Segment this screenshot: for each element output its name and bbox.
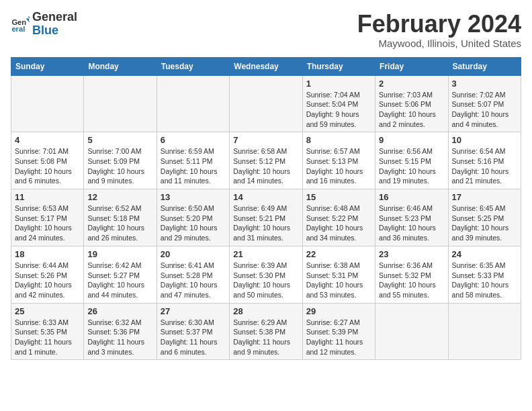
location-title: Maywood, Illinois, United States bbox=[357, 38, 521, 49]
weekday-header-tuesday: Tuesday bbox=[157, 57, 229, 75]
day-number: 3 bbox=[452, 79, 517, 89]
calendar-cell: 2Sunrise: 7:03 AMSunset: 5:06 PMDaylight… bbox=[375, 75, 448, 132]
page-header: Gen eral General Blue February 2024 Mayw… bbox=[11, 11, 521, 49]
day-info: Sunrise: 7:02 AMSunset: 5:07 PMDaylight:… bbox=[452, 90, 517, 130]
day-number: 10 bbox=[452, 135, 517, 145]
calendar-cell: 18Sunrise: 6:44 AMSunset: 5:26 PMDayligh… bbox=[11, 246, 84, 303]
day-number: 23 bbox=[379, 249, 444, 259]
day-number: 20 bbox=[161, 249, 226, 259]
calendar-week-row: 1Sunrise: 7:04 AMSunset: 5:04 PMDaylight… bbox=[11, 75, 521, 132]
day-number: 17 bbox=[452, 192, 517, 202]
day-info: Sunrise: 6:42 AMSunset: 5:27 PMDaylight:… bbox=[87, 261, 152, 300]
calendar-cell: 10Sunrise: 6:54 AMSunset: 5:16 PMDayligh… bbox=[448, 132, 521, 189]
day-info: Sunrise: 6:53 AMSunset: 5:17 PMDaylight:… bbox=[15, 203, 80, 243]
calendar-cell: 19Sunrise: 6:42 AMSunset: 5:27 PMDayligh… bbox=[84, 246, 157, 303]
calendar-cell: 16Sunrise: 6:46 AMSunset: 5:23 PMDayligh… bbox=[375, 189, 448, 246]
calendar-cell bbox=[448, 303, 521, 360]
day-number: 7 bbox=[233, 135, 298, 145]
calendar-cell bbox=[157, 75, 229, 132]
calendar-cell: 27Sunrise: 6:30 AMSunset: 5:37 PMDayligh… bbox=[157, 303, 229, 360]
calendar-week-row: 25Sunrise: 6:33 AMSunset: 5:35 PMDayligh… bbox=[11, 303, 521, 360]
day-number: 26 bbox=[87, 306, 152, 316]
weekday-header-friday: Friday bbox=[375, 57, 448, 75]
day-info: Sunrise: 6:59 AMSunset: 5:11 PMDaylight:… bbox=[161, 146, 226, 186]
day-number: 16 bbox=[379, 192, 444, 202]
day-info: Sunrise: 6:44 AMSunset: 5:26 PMDaylight:… bbox=[15, 261, 80, 300]
calendar-cell: 6Sunrise: 6:59 AMSunset: 5:11 PMDaylight… bbox=[157, 132, 229, 189]
calendar-cell: 4Sunrise: 7:01 AMSunset: 5:08 PMDaylight… bbox=[11, 132, 84, 189]
day-number: 13 bbox=[161, 192, 226, 202]
day-number: 25 bbox=[15, 306, 80, 316]
day-info: Sunrise: 6:48 AMSunset: 5:22 PMDaylight:… bbox=[306, 203, 371, 243]
day-info: Sunrise: 6:49 AMSunset: 5:21 PMDaylight:… bbox=[233, 203, 298, 243]
month-title: February 2024 bbox=[357, 11, 521, 38]
calendar-table: SundayMondayTuesdayWednesdayThursdayFrid… bbox=[11, 57, 521, 361]
weekday-header-row: SundayMondayTuesdayWednesdayThursdayFrid… bbox=[11, 57, 521, 75]
day-info: Sunrise: 7:00 AMSunset: 5:09 PMDaylight:… bbox=[87, 146, 152, 186]
svg-text:eral: eral bbox=[11, 25, 25, 33]
day-info: Sunrise: 6:58 AMSunset: 5:12 PMDaylight:… bbox=[233, 146, 298, 186]
calendar-cell: 13Sunrise: 6:50 AMSunset: 5:20 PMDayligh… bbox=[157, 189, 229, 246]
calendar-cell: 12Sunrise: 6:52 AMSunset: 5:18 PMDayligh… bbox=[84, 189, 157, 246]
day-number: 4 bbox=[15, 135, 80, 145]
calendar-cell: 1Sunrise: 7:04 AMSunset: 5:04 PMDaylight… bbox=[302, 75, 375, 132]
day-number: 27 bbox=[161, 306, 226, 316]
weekday-header-wednesday: Wednesday bbox=[230, 57, 302, 75]
calendar-cell: 5Sunrise: 7:00 AMSunset: 5:09 PMDaylight… bbox=[84, 132, 157, 189]
weekday-header-thursday: Thursday bbox=[302, 57, 375, 75]
weekday-header-sunday: Sunday bbox=[11, 57, 84, 75]
day-info: Sunrise: 7:04 AMSunset: 5:04 PMDaylight:… bbox=[306, 90, 371, 130]
day-number: 24 bbox=[452, 249, 517, 259]
calendar-cell: 15Sunrise: 6:48 AMSunset: 5:22 PMDayligh… bbox=[302, 189, 375, 246]
weekday-header-saturday: Saturday bbox=[448, 57, 521, 75]
day-number: 6 bbox=[161, 135, 226, 145]
calendar-week-row: 11Sunrise: 6:53 AMSunset: 5:17 PMDayligh… bbox=[11, 189, 521, 246]
day-info: Sunrise: 7:03 AMSunset: 5:06 PMDaylight:… bbox=[379, 90, 444, 130]
day-number: 21 bbox=[233, 249, 298, 259]
calendar-cell bbox=[375, 303, 448, 360]
day-info: Sunrise: 6:45 AMSunset: 5:25 PMDaylight:… bbox=[452, 203, 517, 243]
calendar-cell: 7Sunrise: 6:58 AMSunset: 5:12 PMDaylight… bbox=[230, 132, 302, 189]
calendar-cell: 25Sunrise: 6:33 AMSunset: 5:35 PMDayligh… bbox=[11, 303, 84, 360]
day-info: Sunrise: 6:27 AMSunset: 5:39 PMDaylight:… bbox=[306, 318, 371, 357]
day-info: Sunrise: 6:30 AMSunset: 5:37 PMDaylight:… bbox=[161, 318, 226, 357]
logo-text-line2: Blue bbox=[32, 24, 77, 38]
calendar-cell: 17Sunrise: 6:45 AMSunset: 5:25 PMDayligh… bbox=[448, 189, 521, 246]
calendar-cell: 28Sunrise: 6:29 AMSunset: 5:38 PMDayligh… bbox=[230, 303, 302, 360]
calendar-week-row: 18Sunrise: 6:44 AMSunset: 5:26 PMDayligh… bbox=[11, 246, 521, 303]
day-number: 5 bbox=[87, 135, 152, 145]
calendar-week-row: 4Sunrise: 7:01 AMSunset: 5:08 PMDaylight… bbox=[11, 132, 521, 189]
day-info: Sunrise: 6:29 AMSunset: 5:38 PMDaylight:… bbox=[233, 318, 298, 357]
calendar-cell: 21Sunrise: 6:39 AMSunset: 5:30 PMDayligh… bbox=[230, 246, 302, 303]
day-info: Sunrise: 6:46 AMSunset: 5:23 PMDaylight:… bbox=[379, 203, 444, 243]
day-info: Sunrise: 6:35 AMSunset: 5:33 PMDaylight:… bbox=[452, 261, 517, 300]
day-info: Sunrise: 6:54 AMSunset: 5:16 PMDaylight:… bbox=[452, 146, 517, 186]
day-number: 29 bbox=[306, 306, 371, 316]
day-info: Sunrise: 6:50 AMSunset: 5:20 PMDaylight:… bbox=[161, 203, 226, 243]
day-number: 18 bbox=[15, 249, 80, 259]
calendar-cell bbox=[84, 75, 157, 132]
day-number: 14 bbox=[233, 192, 298, 202]
calendar-cell: 26Sunrise: 6:32 AMSunset: 5:36 PMDayligh… bbox=[84, 303, 157, 360]
day-info: Sunrise: 6:41 AMSunset: 5:28 PMDaylight:… bbox=[161, 261, 226, 300]
day-info: Sunrise: 6:33 AMSunset: 5:35 PMDaylight:… bbox=[15, 318, 80, 357]
day-info: Sunrise: 6:57 AMSunset: 5:13 PMDaylight:… bbox=[306, 146, 371, 186]
calendar-cell bbox=[11, 75, 84, 132]
day-number: 11 bbox=[15, 192, 80, 202]
day-info: Sunrise: 6:32 AMSunset: 5:36 PMDaylight:… bbox=[87, 318, 152, 357]
day-number: 1 bbox=[306, 79, 371, 89]
calendar-cell: 11Sunrise: 6:53 AMSunset: 5:17 PMDayligh… bbox=[11, 189, 84, 246]
calendar-cell: 14Sunrise: 6:49 AMSunset: 5:21 PMDayligh… bbox=[230, 189, 302, 246]
day-info: Sunrise: 6:36 AMSunset: 5:32 PMDaylight:… bbox=[379, 261, 444, 300]
calendar-cell bbox=[230, 75, 302, 132]
day-number: 2 bbox=[379, 79, 444, 89]
day-info: Sunrise: 6:52 AMSunset: 5:18 PMDaylight:… bbox=[87, 203, 152, 243]
logo: Gen eral General Blue bbox=[11, 11, 77, 38]
calendar-cell: 29Sunrise: 6:27 AMSunset: 5:39 PMDayligh… bbox=[302, 303, 375, 360]
logo-icon: Gen eral bbox=[11, 15, 30, 34]
weekday-header-monday: Monday bbox=[84, 57, 157, 75]
day-number: 8 bbox=[306, 135, 371, 145]
day-info: Sunrise: 7:01 AMSunset: 5:08 PMDaylight:… bbox=[15, 146, 80, 186]
day-info: Sunrise: 6:56 AMSunset: 5:15 PMDaylight:… bbox=[379, 146, 444, 186]
calendar-cell: 3Sunrise: 7:02 AMSunset: 5:07 PMDaylight… bbox=[448, 75, 521, 132]
